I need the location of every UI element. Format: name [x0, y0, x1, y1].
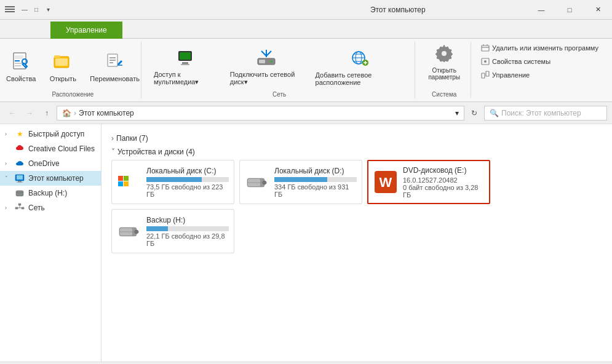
quickaccess-chevron: › — [5, 131, 11, 137]
sidebar-item-quickaccess[interactable]: › ★ Быстрый доступ — [0, 127, 101, 141]
system-props-icon — [481, 57, 490, 66]
sidebar-item-backup[interactable]: Backup (H:) — [0, 186, 101, 200]
network-drive-button[interactable]: Подключить сетевой диск▾ — [225, 42, 308, 89]
settings-icon — [429, 41, 459, 66]
media-label: Доступ к мультимедиа▾ — [154, 71, 218, 86]
backup-label: Backup (H:) — [28, 189, 67, 197]
tab-computer[interactable] — [18, 33, 34, 38]
manage-button[interactable]: Управление — [477, 69, 602, 81]
network-drive-label: Подключить сетевой диск▾ — [230, 71, 303, 86]
svg-rect-54 — [124, 176, 129, 181]
add-network-button[interactable]: Добавить сетевое расположение — [311, 43, 410, 89]
drive-d-bar-container — [274, 177, 357, 182]
media-icon — [171, 45, 201, 69]
ribbon-group-network: Доступ к мультимедиа▾ Подключить сетевой… — [144, 41, 416, 99]
open-icon — [48, 49, 77, 74]
address-path[interactable]: 🏠 › Этот компьютер ▾ — [57, 106, 464, 121]
title-bar-left: — □ ▾ — [0, 5, 269, 15]
folders-section-header[interactable]: › Папки (7) — [111, 134, 602, 143]
drive-d-bar — [274, 177, 327, 182]
svg-rect-38 — [482, 73, 485, 78]
settings-label: Открыть параметры — [427, 67, 461, 81]
properties-icon — [6, 49, 36, 74]
add-network-icon — [345, 46, 375, 70]
open-button[interactable]: Открыть — [43, 47, 82, 85]
drive-e-size: 0 байт свободно из 3,28 ГБ — [403, 184, 484, 199]
close-button[interactable]: ✕ — [584, 0, 612, 20]
address-dropdown-arrow[interactable]: ▾ — [455, 109, 459, 117]
main-area: › ★ Быстрый доступ Creative Cloud Files … — [0, 124, 612, 362]
drive-h-size: 22,1 ГБ свободно из 29,8 ГБ — [146, 232, 229, 247]
star-icon: ★ — [15, 129, 25, 139]
svg-rect-15 — [180, 52, 191, 60]
onedrive-label: OneDrive — [28, 159, 60, 168]
location-group-label: Расположение — [52, 90, 93, 98]
rename-button[interactable]: Переименовать — [85, 47, 145, 85]
tab-file[interactable] — [2, 33, 18, 38]
drive-c[interactable]: Локальный диск (C:) 73,5 ГБ свободно из … — [111, 160, 234, 204]
minimize-button[interactable]: — — [527, 0, 555, 20]
maximize-button[interactable]: □ — [555, 0, 584, 20]
restore-quick[interactable]: □ — [31, 5, 41, 15]
drive-e-icon: W — [373, 170, 398, 194]
svg-point-31 — [442, 51, 447, 56]
minimize-quick[interactable]: — — [20, 5, 30, 15]
tab-disktools[interactable]: Управление — [50, 22, 122, 39]
svg-rect-39 — [486, 71, 489, 76]
backup-drive-icon — [15, 188, 25, 198]
sidebar-item-onedrive[interactable]: › OneDrive — [0, 156, 101, 171]
remove-program-button[interactable]: Удалить или изменить программу — [477, 42, 602, 53]
drive-h[interactable]: Backup (H:) 22,1 ГБ свободно из 29,8 ГБ — [111, 209, 234, 253]
drive-c-size: 73,5 ГБ свободно из 223 ГБ — [146, 183, 229, 198]
back-button[interactable]: ← — [5, 106, 20, 121]
drive-d[interactable]: Локальный диск (D:) 334 ГБ свободно из 9… — [239, 160, 362, 204]
creativecloud-label: Creative Cloud Files — [28, 144, 95, 153]
svg-rect-2 — [15, 63, 22, 64]
devices-section-header[interactable]: ˅ Устройства и диски (4) — [111, 148, 602, 156]
sidebar-item-creativecloud[interactable]: Creative Cloud Files — [0, 141, 101, 156]
search-icon: 🔍 — [490, 109, 499, 117]
properties-button[interactable]: Свойства — [1, 47, 41, 85]
drive-e[interactable]: W DVD-дисковод (E:) 16.0.12527.20482 0 б… — [367, 160, 490, 204]
network-label: Сеть — [28, 204, 45, 212]
svg-rect-19 — [259, 60, 265, 63]
tab-disktools-sub[interactable] — [122, 33, 138, 38]
forward-button[interactable]: → — [22, 106, 37, 121]
refresh-button[interactable]: ↻ — [467, 106, 482, 121]
remove-program-label: Удалить или изменить программу — [492, 44, 598, 52]
creativecloud-chevron — [5, 146, 11, 152]
address-bar: ← → ↑ 🏠 › Этот компьютер ▾ ↻ 🔍 Поиск: Эт… — [0, 102, 612, 124]
svg-rect-43 — [17, 182, 23, 183]
manage-icon — [481, 71, 490, 79]
chevron-down-quick[interactable]: ▾ — [43, 5, 53, 15]
settings-button[interactable]: Открыть параметры — [423, 42, 466, 79]
network-group-label: Сеть — [272, 90, 286, 98]
drive-h-name: Backup (H:) — [146, 216, 229, 224]
media-access-button[interactable]: Доступ к мультимедиа▾ — [149, 42, 223, 89]
svg-rect-53 — [118, 176, 123, 181]
tab-view[interactable] — [34, 33, 50, 38]
creativecloud-icon — [15, 144, 25, 154]
search-box[interactable]: 🔍 Поиск: Этот компьютер — [484, 106, 607, 121]
network-chevron: › — [5, 205, 11, 211]
quickaccess-label: Быстрый доступ — [28, 130, 84, 138]
devices-header-label: Устройства и диски (4) — [117, 148, 195, 156]
svg-point-37 — [484, 60, 487, 63]
svg-text:W: W — [380, 175, 392, 190]
svg-rect-16 — [182, 62, 188, 64]
svg-rect-42 — [18, 181, 22, 182]
svg-point-20 — [270, 60, 272, 63]
svg-rect-41 — [17, 175, 23, 180]
up-button[interactable]: ↑ — [39, 106, 54, 121]
folders-chevron-right: › — [111, 134, 114, 143]
system-props-button[interactable]: Свойства системы — [477, 56, 602, 67]
system-group-label: Система — [432, 90, 456, 98]
drive-d-name: Локальный диск (D:) — [274, 167, 357, 175]
backup-chevron — [5, 190, 11, 196]
network-drive-icon — [252, 45, 281, 69]
sidebar-item-thispc[interactable]: ˅ Этот компьютер — [0, 171, 101, 186]
title-bar: — □ ▾ Этот компьютер — □ ✕ — [0, 0, 612, 20]
search-placeholder: Поиск: Этот компьютер — [501, 109, 581, 117]
sidebar-item-network[interactable]: › Сеть — [0, 200, 101, 215]
svg-rect-1 — [15, 60, 20, 61]
